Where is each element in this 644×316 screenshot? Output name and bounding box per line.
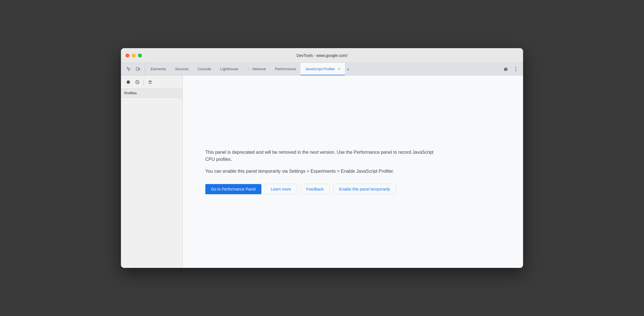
record-icon bbox=[126, 80, 130, 84]
devtools-window: DevTools - www.google.com/ Elements bbox=[121, 48, 523, 268]
sidebar-toolbar bbox=[121, 75, 182, 89]
svg-rect-1 bbox=[139, 68, 140, 70]
title-bar: DevTools - www.google.com/ bbox=[121, 48, 523, 63]
deprecation-message: This panel is deprecated and will be rem… bbox=[205, 149, 438, 195]
deprecation-text-2: You can enable this panel temporarily vi… bbox=[205, 168, 438, 175]
overflow-icon: » bbox=[347, 67, 349, 71]
learn-more-button[interactable]: Learn more bbox=[265, 184, 297, 195]
main-area: Profiles This panel is deprecated and wi… bbox=[121, 75, 523, 268]
tab-close-icon[interactable]: ✕ bbox=[338, 67, 340, 71]
svg-point-2 bbox=[127, 80, 130, 84]
tab-network[interactable]: ⚠ Network bbox=[243, 63, 270, 75]
tab-lighthouse[interactable]: Lighthouse bbox=[216, 63, 243, 75]
tab-performance[interactable]: Performance bbox=[270, 63, 300, 75]
stop-icon bbox=[135, 80, 139, 84]
window-title: DevTools - www.google.com/ bbox=[297, 53, 347, 58]
tab-javascript-profiler[interactable]: JavaScript Profiler ✕ bbox=[300, 63, 345, 75]
tab-overflow-btn[interactable]: » bbox=[345, 63, 352, 75]
svg-line-4 bbox=[136, 81, 138, 83]
device-icon bbox=[136, 67, 140, 71]
settings-icon bbox=[504, 67, 508, 71]
content-panel: This panel is deprecated and will be rem… bbox=[183, 75, 523, 268]
cursor-icon bbox=[127, 67, 131, 71]
tabs-container: Elements Sources Console Lighthouse ⚠ Ne… bbox=[146, 63, 498, 75]
trash-icon bbox=[148, 80, 152, 84]
record-button[interactable] bbox=[124, 78, 132, 86]
traffic-lights bbox=[125, 54, 142, 57]
device-icon-btn[interactable] bbox=[133, 65, 142, 74]
deprecation-text-1: This panel is deprecated and will be rem… bbox=[205, 149, 438, 163]
close-button[interactable] bbox=[125, 54, 129, 57]
enable-panel-button[interactable]: Enable this panel temporarily bbox=[333, 184, 396, 195]
more-icon: ⋮ bbox=[513, 66, 518, 72]
cursor-icon-btn[interactable] bbox=[124, 65, 133, 74]
settings-button[interactable] bbox=[502, 65, 510, 73]
actions-row: Go to Performance Panel Learn more Feedb… bbox=[205, 184, 438, 195]
minimize-button[interactable] bbox=[132, 54, 136, 57]
svg-rect-5 bbox=[149, 81, 151, 84]
network-warning-icon: ⚠ bbox=[247, 67, 251, 71]
profiles-label: Profiles bbox=[121, 89, 182, 98]
stop-button[interactable] bbox=[133, 78, 141, 86]
tab-bar: Elements Sources Console Lighthouse ⚠ Ne… bbox=[121, 63, 523, 75]
sidebar-divider bbox=[144, 79, 144, 85]
go-to-performance-button[interactable]: Go to Performance Panel bbox=[205, 184, 261, 194]
feedback-button[interactable]: Feedback bbox=[300, 184, 330, 195]
tab-sources[interactable]: Sources bbox=[170, 63, 193, 75]
maximize-button[interactable] bbox=[138, 54, 142, 57]
deprecation-text-block: This panel is deprecated and will be rem… bbox=[205, 149, 438, 175]
trash-button[interactable] bbox=[146, 78, 154, 86]
tab-elements[interactable]: Elements bbox=[146, 63, 170, 75]
tab-console[interactable]: Console bbox=[193, 63, 216, 75]
more-button[interactable]: ⋮ bbox=[511, 65, 520, 73]
toolbar-icons bbox=[122, 63, 145, 75]
tab-bar-right: ⋮ bbox=[498, 63, 523, 75]
svg-rect-0 bbox=[136, 67, 138, 71]
sidebar: Profiles bbox=[121, 75, 183, 268]
